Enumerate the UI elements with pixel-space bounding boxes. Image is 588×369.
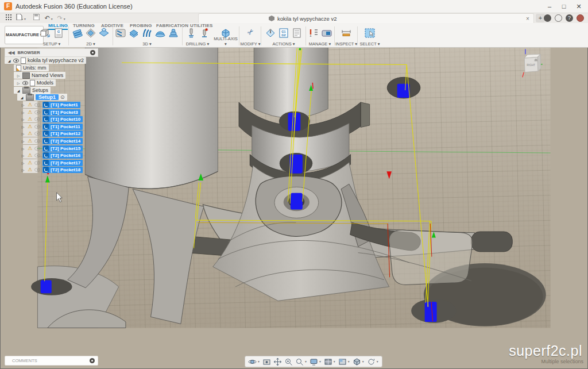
document-tab-close-icon[interactable]: × [524,15,532,23]
3d-spiral-icon[interactable] [168,28,179,39]
operation-row-pocket17[interactable]: ▷⚠[T2] Pocket17 [21,159,83,166]
save-icon[interactable] [31,14,41,22]
browser-row-named-views[interactable]: ▷ Named Views [14,72,65,79]
svg-text:RIGHT: RIGHT [527,64,535,67]
minimize-button[interactable]: – [541,0,558,13]
group-multiaxis-label[interactable]: MULTI-AXIS ▾ [212,36,239,47]
pan-icon[interactable] [273,357,283,366]
browser-header[interactable]: ◀◀ BROWSER [5,48,98,57]
group-select-label[interactable]: SELECT ▾ [358,41,382,47]
browser-units-label: Units: mm [23,65,47,71]
group-drilling: ✱ DRILLING ▾ [183,28,212,46]
visual-style-icon[interactable]: ▼ [352,357,365,366]
group-setup: G SETUP ▾ [36,28,68,46]
maximize-button[interactable]: □ [556,0,572,13]
comments-options-icon[interactable] [90,358,95,363]
operation-row-pocket12[interactable]: ▷⚠[T1] Pocket12 [21,130,83,137]
layout-grid-icon[interactable]: ▼ [323,357,336,366]
file-menu-icon[interactable]: ▼ [16,14,26,22]
svg-text:G: G [57,30,60,33]
group-2d: 2D ▾ [69,28,112,46]
group-3d: 3D ▾ [114,28,180,46]
zoom-icon[interactable] [284,357,293,366]
operation-row-pocket1[interactable]: ▷⚠[T1] Pocket1 [21,101,80,108]
drill-tap-icon[interactable]: ✱ [199,28,210,39]
viewport-3d[interactable]: RIGHT [0,47,588,369]
group-2d-label[interactable]: 2D ▾ [69,41,112,47]
select-icon[interactable] [364,28,376,39]
comments-bar[interactable]: COMMENTS [5,356,98,366]
refresh-icon[interactable]: ▼ [366,357,380,366]
group-setup-label[interactable]: SETUP ▾ [36,41,68,47]
operation-row-pocket11[interactable]: ▷⚠[T1] Pocket11 [21,123,83,130]
comments-label: COMMENTS [12,358,37,363]
setup-sheet-icon[interactable] [291,28,303,39]
undo-icon[interactable]: ↶▼ [44,14,54,22]
avatar[interactable] [577,14,584,22]
2d-pocket-icon[interactable] [85,28,96,39]
3d-adaptive-icon[interactable] [115,28,126,39]
browser-row-models[interactable]: ▷ Models [14,79,56,86]
browser-row-units[interactable]: Units: mm [14,64,49,71]
group-modify-label[interactable]: MODIFY ▾ [239,41,261,47]
operation-row-pocket16[interactable]: ▷⚠[T2] Pocket16 [21,152,83,159]
2d-adaptive-icon[interactable] [72,28,83,39]
group-select: SELECT ▾ [358,28,382,46]
browser-row-setups[interactable]: ◢ Setups [14,87,51,94]
viewports-icon[interactable]: ▼ [338,357,351,366]
browser-options-icon[interactable] [90,50,95,55]
drill-icon[interactable] [185,28,197,39]
app-title: Autodesk Fusion 360 (Education License) [16,3,133,10]
3d-steep-icon[interactable] [141,28,153,39]
3d-pocket-icon[interactable] [128,28,140,39]
operation-row-pocket14[interactable]: ▷⚠[T2] Pocket14 [21,137,83,144]
browser-models-label: Models [37,80,53,86]
browser-row-setup1[interactable]: ◢ Setup1 ⊙ [17,94,67,101]
scissors-icon[interactable]: ✂ [245,26,256,37]
group-manage-label[interactable]: MANAGE ▾ [306,41,334,47]
new-setup-icon[interactable] [40,28,51,39]
browser-row-document[interactable]: ◢ kokila tyl wypychacze v2 [5,57,86,64]
document-tab-title: kokila tyl wypychacze v2 [277,16,336,22]
fit-icon[interactable]: ▼ [295,357,308,366]
document-tab[interactable]: kokila tyl wypychacze v2 × [198,13,534,24]
help-icon[interactable]: ? [566,14,573,22]
extensions-icon[interactable] [544,14,551,22]
browser-title: BROWSER [18,50,40,55]
app-grid-icon[interactable] [3,14,14,22]
job-status-icon[interactable] [555,14,562,22]
g1g2-icon[interactable]: G1G2 [278,28,289,39]
3d-scallop-icon[interactable] [154,28,166,39]
face-icon[interactable] [98,28,110,39]
navigation-toolbar: ▼ ▼ ▼ ▼ ▼ ▼ ▼ [245,356,382,367]
svg-text:G2: G2 [281,33,285,37]
close-button[interactable]: ✕ [571,0,587,13]
orbit-icon[interactable]: ▼ [247,357,261,366]
nc-program-icon[interactable]: G [53,28,64,39]
look-at-icon[interactable] [262,357,272,366]
machine-library-icon[interactable] [321,28,332,39]
redo-icon[interactable]: ↷▼ [56,14,67,22]
group-drilling-label[interactable]: DRILLING ▾ [183,41,212,47]
group-actions-label[interactable]: ACTIONS ▾ [261,41,306,47]
collapse-panel-icon[interactable]: ◀◀ [8,50,15,55]
operation-row-pocket3[interactable]: ▷⚠[T1] Pocket3 [21,109,80,116]
operation-row-pocket10[interactable]: ▷⚠[T1] Pocket10 [21,116,83,122]
pocket-operation-icon [43,124,49,129]
fusion-logo-icon: F [4,2,12,10]
operation-row-pocket15[interactable]: ▷⚠[T2] Pocket15 [21,145,83,152]
group-manage: MANAGE ▾ [306,28,334,46]
group-3d-label[interactable]: 3D ▾ [114,41,180,47]
post-process-icon[interactable] [265,28,276,39]
group-inspect-label[interactable]: INSPECT ▾ [335,41,358,47]
pocket-operation-icon [43,145,49,151]
pocket-operation-icon [43,109,49,115]
measure-icon[interactable] [341,28,352,39]
display-settings-icon[interactable]: ▼ [309,357,322,366]
browser-named-views-label: Named Views [32,72,63,78]
tab-bar: ▼ ↶▼ ↷▼ kokila tyl wypychacze v2 × + ? [0,13,588,23]
tool-library-icon[interactable] [308,28,319,39]
group-inspect: INSPECT ▾ [335,28,358,46]
operation-row-pocket18[interactable]: ▷⚠[T2] Pocket18 [21,166,83,173]
pocket-operation-icon [43,138,49,144]
